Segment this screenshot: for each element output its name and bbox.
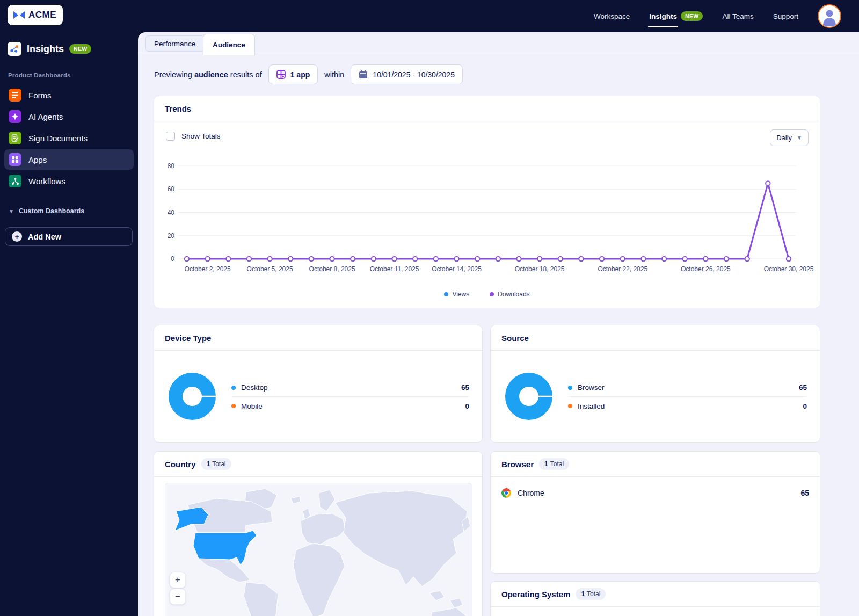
sidebar-app-title: Insights xyxy=(27,44,64,55)
tab-audience[interactable]: Audience xyxy=(203,34,255,55)
sidebar-items: Forms AI Agents Sign Documents Apps Work… xyxy=(4,85,134,192)
chevron-down-icon: ▼ xyxy=(797,135,802,141)
legend-row-browser: Browser 65 xyxy=(568,379,807,397)
browser-total-badge: 1 Total xyxy=(539,458,569,470)
insights-new-badge: NEW xyxy=(681,11,703,21)
sidebar-section-label: Product Dashboards xyxy=(8,72,71,78)
map-zoom-in-button[interactable]: + xyxy=(170,572,186,588)
sidebar: Insights NEW Product Dashboards Forms AI… xyxy=(0,32,138,616)
acme-logo-icon xyxy=(13,11,25,19)
sidebar-item-sign-documents[interactable]: Sign Documents xyxy=(4,128,134,148)
plus-icon: + xyxy=(12,231,22,242)
nav-support[interactable]: Support xyxy=(773,12,798,20)
workflows-icon xyxy=(9,175,21,187)
date-range-button[interactable]: 10/01/2025 - 10/30/2025 xyxy=(351,64,463,84)
svg-text:October 14, 2025: October 14, 2025 xyxy=(432,265,482,273)
sidebar-item-label: Apps xyxy=(28,155,47,164)
chrome-icon xyxy=(501,488,511,498)
main-content: Performance Audience Previewing audience… xyxy=(138,32,859,616)
trends-legend: Views Downloads xyxy=(154,291,820,298)
trends-title: Trends xyxy=(165,104,191,113)
top-bar: ACME Workspace Insights NEW All Teams Su… xyxy=(0,0,859,32)
device-type-legend: Desktop 65 Mobile 0 xyxy=(231,379,469,415)
world-map[interactable]: + − xyxy=(165,483,472,616)
calendar-icon xyxy=(359,70,368,79)
country-card: Country 1 Total + − xyxy=(154,451,483,616)
tab-bar: Performance Audience xyxy=(138,32,859,54)
source-donut-chart xyxy=(505,373,552,420)
legend-row-installed: Installed 0 xyxy=(568,397,807,415)
world-map-svg xyxy=(165,483,472,616)
device-type-card: Device Type Desktop 65 Mobile 0 xyxy=(154,325,483,443)
downloads-dot xyxy=(490,292,494,296)
legend-row-mobile: Mobile 0 xyxy=(231,397,469,415)
svg-text:40: 40 xyxy=(168,209,175,216)
apps-grid-icon xyxy=(276,70,286,79)
tab-performance[interactable]: Performance xyxy=(145,35,204,52)
legend-views[interactable]: Views xyxy=(444,291,469,298)
svg-text:October 5, 2025: October 5, 2025 xyxy=(247,265,293,273)
svg-text:0: 0 xyxy=(171,255,174,263)
sidebar-item-forms[interactable]: Forms xyxy=(4,85,134,105)
user-avatar[interactable] xyxy=(818,4,841,28)
svg-text:October 8, 2025: October 8, 2025 xyxy=(309,265,355,273)
browser-header: Browser 1 Total xyxy=(491,452,820,477)
desktop-dot xyxy=(231,386,236,390)
map-zoom-out-button[interactable]: − xyxy=(170,589,186,605)
svg-text:October 2, 2025: October 2, 2025 xyxy=(185,265,231,273)
nav-all-teams[interactable]: All Teams xyxy=(722,12,753,20)
sidebar-item-label: Forms xyxy=(28,91,52,100)
country-title: Country xyxy=(165,460,196,469)
logo-text: ACME xyxy=(28,10,56,20)
source-title: Source xyxy=(501,334,529,343)
preview-bar: Previewing audience results of 1 app wit… xyxy=(154,64,463,84)
chevron-down-icon: ▼ xyxy=(9,208,14,214)
operating-system-card: Operating System 1 Total xyxy=(490,581,820,616)
device-type-header: Device Type xyxy=(154,325,482,351)
sidebar-item-apps[interactable]: Apps xyxy=(4,149,134,170)
forms-icon xyxy=(9,89,21,102)
os-title: Operating System xyxy=(501,590,570,599)
device-type-donut-chart xyxy=(169,373,216,420)
svg-text:October 11, 2025: October 11, 2025 xyxy=(370,265,419,273)
preview-text: Previewing audience results of xyxy=(154,70,262,79)
top-navigation: Workspace Insights NEW All Teams Support xyxy=(594,0,841,32)
show-totals-label: Show Totals xyxy=(181,132,221,140)
trends-card-header: Trends xyxy=(154,96,820,121)
sidebar-item-label: Sign Documents xyxy=(28,134,88,143)
legend-downloads[interactable]: Downloads xyxy=(490,291,529,298)
sidebar-item-ai-agents[interactable]: AI Agents xyxy=(4,106,134,127)
acme-logo[interactable]: ACME xyxy=(8,5,63,25)
os-total-badge: 1 Total xyxy=(576,588,606,600)
nav-workspace[interactable]: Workspace xyxy=(594,12,630,20)
apps-icon xyxy=(9,153,21,166)
sidebar-app-title-row: Insights NEW xyxy=(8,42,91,56)
insights-app-icon xyxy=(8,42,21,56)
country-header: Country 1 Total xyxy=(154,452,482,477)
sidebar-item-label: AI Agents xyxy=(28,112,63,121)
sign-documents-icon xyxy=(9,132,21,144)
svg-text:20: 20 xyxy=(168,232,175,240)
svg-text:October 18, 2025: October 18, 2025 xyxy=(515,265,565,273)
svg-text:60: 60 xyxy=(168,185,175,193)
show-totals-checkbox[interactable] xyxy=(166,132,175,141)
nav-insights[interactable]: Insights NEW xyxy=(649,11,703,21)
source-legend: Browser 65 Installed 0 xyxy=(568,379,807,415)
svg-text:October 22, 2025: October 22, 2025 xyxy=(598,265,647,273)
installed-dot xyxy=(568,404,572,408)
mobile-dot xyxy=(231,404,236,408)
sidebar-new-badge: NEW xyxy=(69,44,91,54)
os-header: Operating System 1 Total xyxy=(491,582,820,607)
views-dot xyxy=(444,292,448,296)
trends-card: Trends Show Totals Daily ▼ 020406080Octo… xyxy=(154,96,820,308)
interval-dropdown[interactable]: Daily ▼ xyxy=(770,129,809,146)
browser-dot xyxy=(568,386,572,390)
within-label: within xyxy=(324,70,344,79)
person-icon xyxy=(819,6,840,26)
add-new-button[interactable]: + Add New xyxy=(5,227,133,246)
sidebar-item-workflows[interactable]: Workflows xyxy=(4,171,134,191)
custom-dashboards-toggle[interactable]: ▼ Custom Dashboards xyxy=(9,207,84,215)
show-totals-control[interactable]: Show Totals xyxy=(166,132,221,141)
source-card: Source Browser 65 Installed 0 xyxy=(490,325,820,443)
app-filter-button[interactable]: 1 app xyxy=(268,64,318,84)
